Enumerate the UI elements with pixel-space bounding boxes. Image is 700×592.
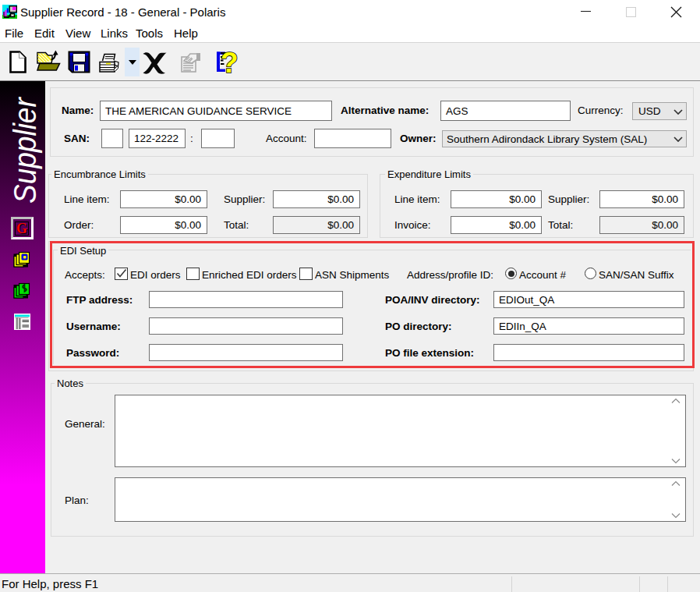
svg-text:?: ? xyxy=(221,49,239,75)
